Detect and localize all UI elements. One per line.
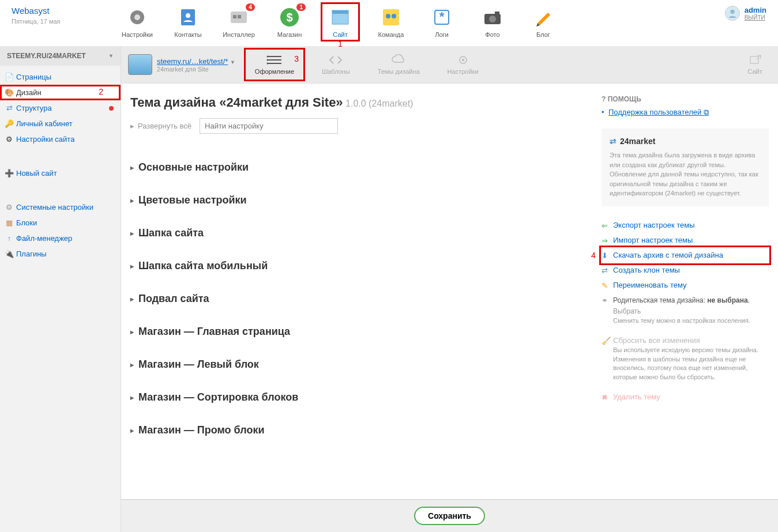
- sidebar-item-site-settings[interactable]: ⚙Настройки сайта: [0, 131, 121, 147]
- camera-icon: [481, 6, 504, 29]
- key-icon: 🔑: [5, 119, 14, 128]
- section-toggle[interactable]: Магазин — Главная страница: [130, 315, 590, 348]
- breadcrumb-sub: 24market для Site: [157, 66, 235, 73]
- tab-settings[interactable]: Настройки: [439, 51, 487, 78]
- section-toggle[interactable]: Основные настройки: [130, 151, 590, 184]
- svg-text:*: *: [439, 9, 445, 24]
- arrow-right-icon: ⇒: [602, 236, 608, 246]
- app-installer[interactable]: 4 Инсталлер: [223, 6, 255, 38]
- annotation-4: 4: [591, 250, 596, 262]
- badge-icon: 4: [246, 3, 255, 11]
- action-import[interactable]: ⇒Импорт настроек темы: [602, 233, 769, 248]
- plus-icon: ➕: [5, 169, 14, 178]
- action-export[interactable]: ⇐Экспорт настроек темы: [602, 218, 769, 233]
- sidebar-item-structure[interactable]: ⇄Структура: [0, 100, 121, 116]
- open-site-link[interactable]: Сайт: [739, 51, 771, 78]
- app-logs[interactable]: * Логи: [426, 6, 458, 38]
- action-delete[interactable]: ✖Удалить тему: [602, 390, 769, 405]
- tab-themes[interactable]: Темы дизайна: [370, 51, 428, 78]
- content: steemy.ru/…ket/test/* ▼ 24market для Sit…: [121, 46, 778, 532]
- app-site[interactable]: Сайт 1: [324, 6, 356, 38]
- trash-icon: ✖: [602, 393, 608, 403]
- svg-point-12: [386, 14, 390, 18]
- code-icon: [328, 54, 344, 66]
- list-icon: [266, 54, 283, 66]
- svg-rect-6: [238, 15, 241, 18]
- action-clone[interactable]: ⇄Создать клон темы: [602, 263, 769, 278]
- save-button[interactable]: Сохранить: [414, 507, 485, 525]
- sidebar-item-plugins[interactable]: 🔌Плагины: [0, 246, 121, 262]
- alert-badge-icon: [109, 106, 114, 111]
- expand-all-button[interactable]: ▸ Развернуть всё: [130, 122, 191, 130]
- svg-point-23: [266, 56, 268, 58]
- svg-point-19: [730, 10, 734, 14]
- sidebar-title[interactable]: STEEMY.RU/24MARKET ▼: [0, 46, 121, 66]
- gear-icon: ⚙: [5, 203, 14, 212]
- upload-icon: ↑: [5, 234, 14, 243]
- section-toggle[interactable]: Шапка сайта мобильный: [130, 250, 590, 282]
- broom-icon: 🧹: [602, 336, 611, 346]
- arrow-left-icon: ⇐: [602, 221, 608, 231]
- svg-point-1: [134, 14, 140, 20]
- cloud-icon: [390, 54, 407, 66]
- gear-icon: [126, 6, 149, 29]
- gear-icon: [455, 54, 471, 66]
- plugin-icon: 🔌: [5, 250, 14, 258]
- sidebar-item-pages[interactable]: 📄Страницы: [0, 69, 121, 85]
- sidebar-item-new-site[interactable]: ➕Новый сайт: [0, 165, 121, 181]
- svg-point-24: [266, 59, 268, 61]
- choose-parent-link[interactable]: Выбрать: [613, 307, 641, 315]
- support-link[interactable]: Поддержка пользователей ⧉: [602, 108, 769, 117]
- app-contacts[interactable]: Контакты: [172, 6, 204, 38]
- top-header: Webasyst Пятница, 17 мая Настройки Конта…: [0, 0, 778, 46]
- logout-link[interactable]: ВЫЙТИ: [745, 14, 766, 21]
- save-bar: Сохранить: [121, 499, 778, 532]
- download-icon: ⬇: [602, 251, 608, 261]
- sidebar-item-design[interactable]: 🎨Дизайн2: [0, 85, 121, 100]
- badge-icon: 1: [296, 3, 306, 11]
- section-toggle[interactable]: Цветовые настройки: [130, 184, 590, 217]
- app-team[interactable]: Команда: [375, 6, 407, 38]
- section-toggle[interactable]: Магазин — Левый блок: [130, 348, 590, 381]
- svg-point-13: [392, 14, 396, 18]
- svg-rect-28: [750, 56, 758, 63]
- contacts-icon: [176, 6, 200, 29]
- brand-name[interactable]: Webasyst: [12, 6, 110, 16]
- chevron-down-icon: ▼: [108, 53, 114, 59]
- sidebar-item-account[interactable]: 🔑Личный кабинет: [0, 116, 121, 131]
- section-toggle[interactable]: Магазин — Промо блоки: [130, 414, 590, 447]
- sidebar-item-file-manager[interactable]: ↑Файл-менеджер: [0, 231, 121, 246]
- logs-icon: *: [430, 6, 453, 29]
- sidebar-item-sys-settings[interactable]: ⚙Системные настройки: [0, 199, 121, 215]
- action-rename[interactable]: ✎Переименовать тему: [602, 278, 769, 293]
- action-reset: 🧹 Сбросить все изменения Вы используете …: [602, 333, 769, 384]
- action-download[interactable]: 4⬇Скачать архив с темой дизайна: [602, 248, 769, 263]
- breadcrumb-link[interactable]: steemy.ru/…ket/test/*: [157, 57, 228, 66]
- section-toggle[interactable]: Магазин — Сортировка блоков: [130, 381, 590, 414]
- search-input[interactable]: [200, 118, 338, 134]
- section-toggle[interactable]: Подвал сайта: [130, 282, 590, 315]
- username-link[interactable]: admin: [745, 6, 766, 14]
- app-settings[interactable]: Настройки: [121, 6, 153, 38]
- pencil-icon: [532, 6, 555, 29]
- action-parent: ⚭ Родительская тема дизайна: не выбрана.…: [602, 293, 769, 327]
- app-shop[interactable]: 1 $ Магазин: [273, 6, 306, 38]
- clone-icon: ⇄: [602, 266, 608, 276]
- svg-point-3: [186, 13, 190, 18]
- blocks-icon: ▦: [5, 218, 14, 227]
- link-icon: ⚭: [602, 296, 608, 306]
- tab-templates[interactable]: Шаблоны: [314, 51, 358, 78]
- sidebar-item-blocks[interactable]: ▦Блоки: [0, 215, 121, 231]
- svg-rect-5: [233, 15, 236, 18]
- page-icon: 📄: [5, 73, 14, 81]
- app-photo[interactable]: Фото: [476, 6, 509, 38]
- section-toggle[interactable]: Шапка сайта: [130, 217, 590, 250]
- chevron-down-icon[interactable]: ▼: [230, 59, 235, 65]
- theme-actions: ⇐Экспорт настроек темы ⇒Импорт настроек …: [602, 218, 769, 405]
- tab-design[interactable]: Оформление 3: [247, 51, 302, 78]
- svg-point-17: [489, 16, 496, 22]
- external-link-icon: [747, 54, 763, 66]
- app-blog[interactable]: Блог: [527, 6, 559, 38]
- avatar-icon[interactable]: [725, 6, 740, 21]
- svg-text:$: $: [286, 11, 292, 24]
